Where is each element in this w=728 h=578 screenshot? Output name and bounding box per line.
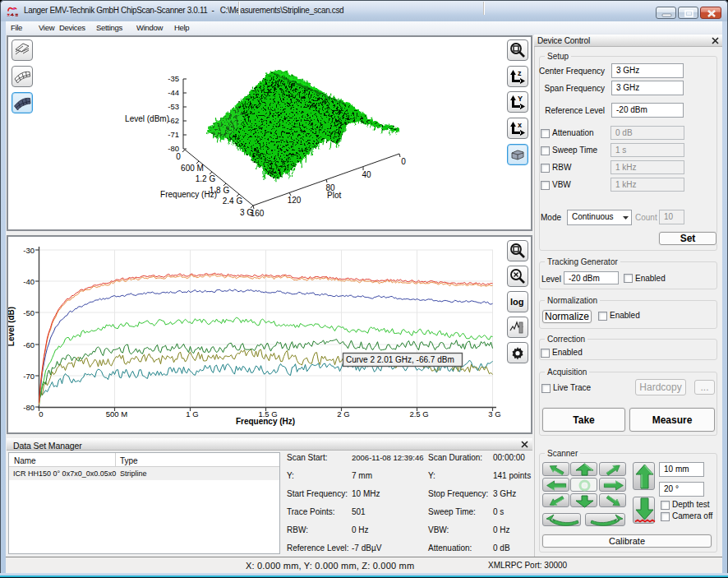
svg-text:2.5 G: 2.5 G: [409, 409, 428, 418]
svg-text:Frequency (Hz): Frequency (Hz): [160, 190, 217, 199]
svg-text:-35: -35: [168, 74, 179, 83]
svg-text:-50: -50: [23, 308, 35, 317]
svg-text:1 G: 1 G: [186, 409, 198, 418]
svg-text:-80: -80: [23, 403, 35, 412]
svg-text:Level (dBm): Level (dBm): [125, 114, 169, 123]
svg-text:Plot: Plot: [327, 191, 341, 200]
svg-text:-40: -40: [23, 277, 35, 286]
svg-text:3 G: 3 G: [488, 409, 500, 418]
svg-text:-30: -30: [23, 246, 35, 255]
svg-text:Curve 2 2.01 GHz, -66.7 dBm: Curve 2 2.01 GHz, -66.7 dBm: [346, 355, 454, 364]
svg-text:Level (dB): Level (dB): [8, 307, 16, 346]
svg-text:0: 0: [176, 152, 181, 161]
svg-text:120: 120: [288, 196, 302, 205]
svg-text:160: 160: [251, 209, 265, 218]
svg-text:-70: -70: [23, 372, 35, 381]
svg-text:-60: -60: [23, 340, 35, 349]
svg-text:-44: -44: [168, 88, 179, 97]
svg-text:2 G: 2 G: [337, 409, 349, 418]
svg-text:500 M: 500 M: [106, 409, 127, 418]
svg-text:x: x: [518, 121, 522, 129]
svg-text:Frequency (Hz): Frequency (Hz): [236, 417, 295, 426]
svg-text:-62: -62: [168, 116, 179, 125]
svg-text:-53: -53: [168, 102, 179, 111]
svg-text:40: 40: [362, 170, 371, 179]
svg-text:0: 0: [39, 409, 43, 418]
svg-text:Y: Y: [518, 95, 523, 103]
svg-text:600 M: 600 M: [181, 164, 204, 173]
svg-text:1.2 G: 1.2 G: [196, 174, 216, 183]
svg-text:log: log: [510, 297, 524, 307]
svg-text:-71: -71: [168, 130, 179, 139]
svg-text:2.4 G: 2.4 G: [223, 197, 243, 206]
svg-text:0: 0: [401, 157, 406, 166]
